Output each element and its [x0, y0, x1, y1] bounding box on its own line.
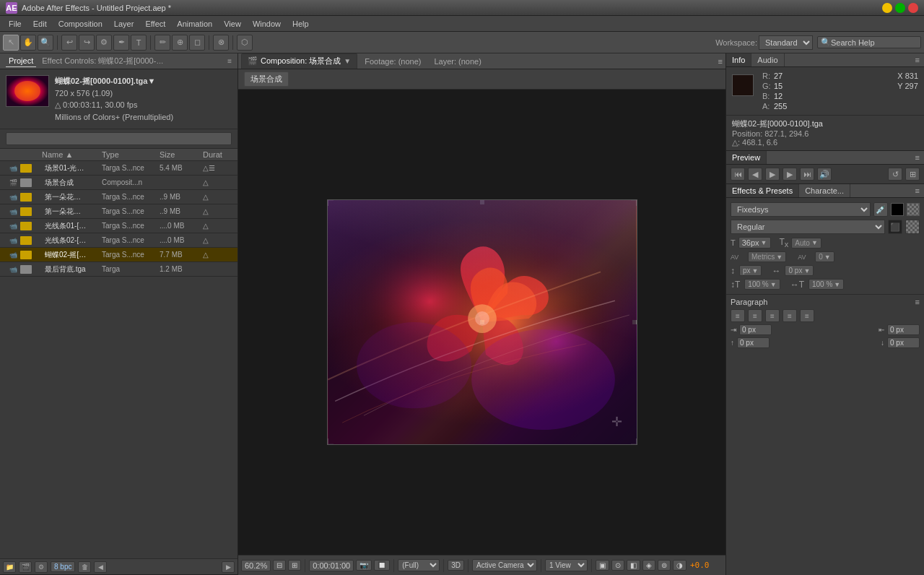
preview-audio-btn[interactable]: 🔊: [817, 168, 832, 181]
3d-btn[interactable]: 3D: [448, 560, 464, 571]
comp-name-badge[interactable]: 场景合成: [244, 72, 289, 87]
menu-effect[interactable]: Effect: [139, 18, 171, 30]
view-count-select[interactable]: 1 View 2 Views 4 Views: [545, 559, 588, 571]
live-update-btn[interactable]: ⊚: [658, 560, 671, 571]
v-scale-dropdown[interactable]: ▼: [770, 281, 777, 288]
justify-btn[interactable]: ≡: [783, 309, 797, 322]
preview-last-btn[interactable]: ⏭: [800, 168, 814, 181]
corner-handle-bl[interactable]: [328, 438, 334, 444]
quality-select[interactable]: (Full) Half Quarter: [398, 559, 440, 571]
list-item[interactable]: 📹 光线条02-[...70].tga Targa S...nce ....0 …: [0, 233, 237, 248]
color-swatch[interactable]: [732, 74, 754, 96]
font-style-select[interactable]: Regular Bold Italic: [731, 220, 885, 234]
text-tool[interactable]: T: [131, 35, 147, 51]
comp-tab-dropdown[interactable]: ▼: [344, 57, 351, 65]
corner-handle-tr[interactable]: [631, 200, 637, 206]
font-size-dropdown[interactable]: ▼: [761, 239, 767, 246]
effect-controls-tab[interactable]: Effect Controls: 蝴蝶02-摇[0000-010 •: [39, 54, 169, 68]
top-handle[interactable]: [480, 200, 484, 204]
project-search-input[interactable]: [6, 132, 232, 145]
audio-tab[interactable]: Audio: [751, 53, 784, 66]
center-handle[interactable]: [480, 320, 484, 324]
roto-tool[interactable]: ⊗: [213, 35, 229, 51]
search-input[interactable]: [831, 38, 918, 47]
info-tab[interactable]: Info: [726, 53, 751, 66]
preview-panel-menu[interactable]: ≡: [911, 151, 924, 164]
motion-blur-btn[interactable]: ◈: [642, 560, 655, 571]
pixel-aspect-btn[interactable]: ◧: [627, 560, 640, 571]
list-item[interactable]: 📹 第一朵花绽放-....tga Targa S...nce ..9 MB △: [0, 204, 237, 219]
scale-dropdown[interactable]: ▼: [811, 239, 818, 246]
panel-close-btn[interactable]: ≡: [227, 57, 232, 65]
list-item[interactable]: 📹 光线条01-[...76].tga Targa S...nce ....0 …: [0, 219, 237, 233]
new-folder-btn[interactable]: 📁: [3, 561, 16, 573]
puppet-tool[interactable]: ⬡: [237, 35, 253, 51]
grid-btn[interactable]: ⊞: [288, 560, 301, 571]
baseline-dropdown[interactable]: ▼: [803, 267, 810, 274]
list-item[interactable]: 📹 第一朵花绽放-....tga Targa S...nce ..9 MB △: [0, 190, 237, 204]
eyedropper-btn[interactable]: 💉: [873, 202, 888, 217]
menu-animation[interactable]: Animation: [171, 18, 218, 30]
corner-handle-br[interactable]: [631, 438, 637, 444]
right-indent-input[interactable]: [887, 324, 920, 335]
undo-tool[interactable]: ↩: [61, 35, 77, 51]
redo-tool[interactable]: ↪: [79, 35, 95, 51]
preview-first-btn[interactable]: ⏮: [731, 168, 745, 181]
right-handle[interactable]: [632, 320, 637, 324]
composition-tab[interactable]: 🎬 Composition: 场景合成 ▼: [241, 53, 357, 69]
preview-prev-btn[interactable]: ◀: [748, 168, 762, 181]
brush-tool[interactable]: ✒: [113, 35, 129, 51]
effects-presets-tab[interactable]: Effects & Presets: [726, 184, 799, 197]
list-item[interactable]: 📹 场景01-光线[...0].tga Targa S...nce 5.4 MB…: [0, 161, 237, 176]
text-bg-swatch[interactable]: [907, 203, 920, 216]
exposure-btn[interactable]: ◑: [673, 560, 687, 571]
toggle-transparency-btn[interactable]: ⊙: [611, 560, 624, 571]
align-left-btn[interactable]: ≡: [731, 309, 745, 322]
text-swatch2[interactable]: ⬛: [888, 220, 902, 234]
workspace-select[interactable]: Standard: [759, 35, 813, 50]
preview-next-btn[interactable]: ▶: [783, 168, 797, 181]
list-item-selected[interactable]: 📹 蝴蝶02-摇[...].tga Targa S...nce 7.7 MB △: [0, 248, 237, 262]
next-btn[interactable]: ▶: [222, 561, 235, 573]
text-checker2[interactable]: [905, 220, 920, 234]
text-color-swatch[interactable]: [891, 203, 904, 216]
render-preview-btn[interactable]: ▣: [596, 560, 609, 571]
time-ctrl[interactable]: 0:00:01:00: [309, 560, 354, 571]
zoom-display[interactable]: 60.2%: [241, 560, 271, 571]
info-panel-menu[interactable]: ≡: [911, 53, 924, 66]
font-family-select[interactable]: Fixedsys: [731, 202, 871, 217]
align-right-btn[interactable]: ≡: [765, 309, 780, 322]
list-item[interactable]: 🎬 场景合成 Composit...n △: [0, 176, 237, 190]
project-tab[interactable]: Project: [6, 55, 36, 67]
menu-view[interactable]: View: [218, 18, 247, 30]
hand-tool[interactable]: ✋: [20, 35, 36, 51]
new-comp-btn[interactable]: 🎬: [19, 561, 32, 573]
fit-btn[interactable]: ⊟: [273, 560, 286, 571]
paragraph-menu-btn[interactable]: ≡: [915, 298, 920, 306]
corner-handle-tl[interactable]: [328, 200, 334, 206]
space-after-input[interactable]: [887, 337, 920, 348]
menu-window[interactable]: Window: [247, 18, 287, 30]
menu-layer[interactable]: Layer: [108, 18, 140, 30]
kern-dropdown[interactable]: ▼: [776, 254, 783, 261]
justify-all-btn[interactable]: ≡: [800, 309, 814, 322]
viewer-menu-btn[interactable]: ≡: [718, 57, 723, 66]
prev-btn[interactable]: ◀: [94, 561, 107, 573]
settings-btn[interactable]: ⚙: [35, 561, 48, 573]
maximize-button[interactable]: [895, 3, 905, 13]
effects-panel-menu[interactable]: ≡: [911, 184, 924, 197]
list-item[interactable]: 📹 最后背底.tga Targa 1.2 MB: [0, 262, 237, 277]
comp-canvas[interactable]: ✛: [327, 199, 637, 445]
pen-tool[interactable]: ✏: [154, 35, 170, 51]
character-tab[interactable]: Characte...: [799, 184, 850, 197]
align-center-btn[interactable]: ≡: [748, 309, 762, 322]
minimize-button[interactable]: [882, 3, 892, 13]
space-before-input[interactable]: [737, 337, 770, 348]
render-tool[interactable]: ⚙: [96, 35, 112, 51]
preview-tab[interactable]: Preview: [726, 151, 767, 164]
menu-help[interactable]: Help: [287, 18, 315, 30]
left-indent-input[interactable]: [739, 324, 772, 335]
snap-btn[interactable]: 🔲: [374, 560, 390, 571]
trash-btn[interactable]: 🗑: [78, 561, 91, 573]
preview-ram-btn[interactable]: ⊞: [905, 168, 920, 181]
